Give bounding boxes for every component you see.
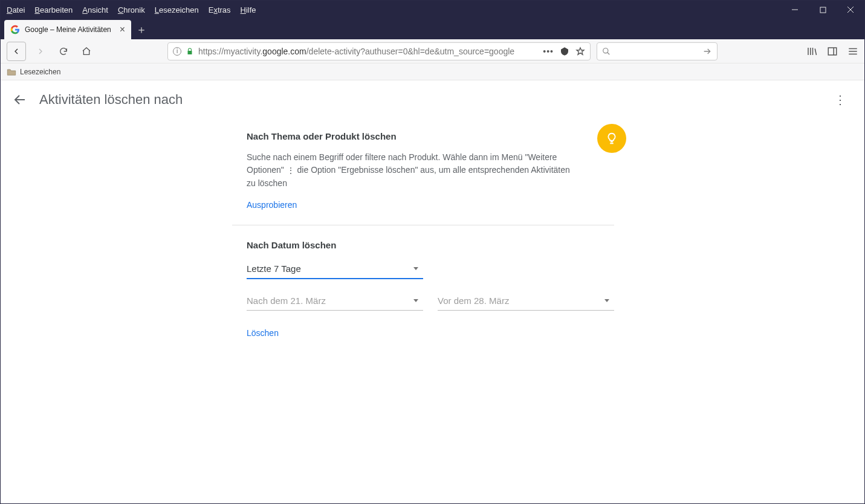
- bookmark-star-icon[interactable]: [575, 47, 585, 56]
- svg-point-4: [603, 48, 608, 53]
- tab-title: Google – Meine Aktivitäten: [25, 25, 111, 34]
- window-minimize-button[interactable]: [781, 1, 809, 19]
- window-close-button[interactable]: [837, 1, 864, 19]
- site-info-icon[interactable]: i: [173, 47, 181, 56]
- bookmarks-toolbar: Lesezeichen: [1, 63, 864, 80]
- navigation-toolbar: i https://myactivity.google.com/delete-a…: [1, 39, 864, 63]
- tab-close-button[interactable]: ×: [120, 25, 125, 34]
- menu-chronik[interactable]: Chronik: [118, 5, 145, 15]
- search-icon: [602, 47, 611, 56]
- menu-extras[interactable]: Extras: [209, 5, 231, 15]
- reload-button[interactable]: [55, 43, 72, 60]
- url-bar[interactable]: i https://myactivity.google.com/delete-a…: [167, 42, 591, 60]
- svg-rect-1: [820, 7, 826, 13]
- folder-icon: [7, 68, 16, 76]
- section1-text: Suche nach einem Begriff oder filtere na…: [247, 151, 573, 190]
- caret-down-icon: [413, 299, 418, 302]
- page-viewport: Aktivitäten löschen nach ⋮ Nach Thema od…: [1, 80, 864, 504]
- url-text: https://myactivity.google.com/delete-act…: [198, 47, 514, 56]
- section1-title: Nach Thema oder Produkt löschen: [247, 131, 614, 141]
- hamburger-menu-icon[interactable]: [847, 46, 858, 57]
- date-range-select[interactable]: Letzte 7 Tage: [247, 260, 423, 279]
- bookmarks-folder-label[interactable]: Lesezeichen: [20, 68, 60, 76]
- window-menubar: Datei Bearbeiten Ansicht Chronik Lesezei…: [1, 1, 864, 19]
- page-back-button[interactable]: [13, 92, 27, 107]
- inline-kebab-icon: ⋮: [287, 164, 295, 177]
- section2-title: Nach Datum löschen: [247, 240, 614, 250]
- page-actions-icon[interactable]: •••: [543, 47, 554, 56]
- lock-icon: [186, 47, 193, 56]
- page-title: Aktivitäten löschen nach: [39, 92, 183, 108]
- pocket-icon[interactable]: [560, 47, 569, 56]
- nav-back-button[interactable]: [7, 42, 26, 61]
- try-it-link[interactable]: Ausprobieren: [247, 200, 297, 210]
- date-range-value: Letzte 7 Tage: [247, 263, 301, 274]
- page-menu-button[interactable]: ⋮: [834, 92, 852, 107]
- home-button[interactable]: [78, 43, 95, 60]
- svg-line-5: [607, 52, 610, 54]
- caret-down-icon: [413, 267, 418, 270]
- nav-forward-button: [32, 43, 49, 60]
- page-header: Aktivitäten löschen nach ⋮: [1, 80, 864, 119]
- tip-button[interactable]: [597, 124, 626, 153]
- browser-search-bar[interactable]: [597, 42, 718, 60]
- menu-hilfe[interactable]: Hilfe: [241, 5, 256, 15]
- lightbulb-icon: [605, 132, 618, 145]
- tab-active[interactable]: Google – Meine Aktivitäten ×: [4, 20, 131, 39]
- before-date-select[interactable]: Vor dem 28. März: [438, 291, 614, 311]
- google-favicon-icon: [10, 25, 20, 34]
- caret-down-icon: [604, 299, 609, 302]
- sidebar-icon[interactable]: [827, 46, 838, 57]
- svg-rect-6: [828, 48, 837, 55]
- delete-link[interactable]: Löschen: [247, 328, 279, 338]
- window-maximize-button[interactable]: [809, 1, 837, 19]
- after-date-select[interactable]: Nach dem 21. März: [247, 291, 423, 311]
- menu-datei[interactable]: Datei: [7, 5, 25, 15]
- menu-lesezeichen[interactable]: Lesezeichen: [155, 5, 199, 15]
- menu-bearbeiten[interactable]: Bearbeiten: [34, 5, 73, 15]
- menu-ansicht[interactable]: Ansicht: [82, 5, 108, 15]
- tab-strip: Google – Meine Aktivitäten × ＋: [1, 19, 864, 39]
- section-divider: [232, 225, 614, 225]
- before-date-value: Vor dem 28. März: [438, 296, 509, 306]
- library-icon[interactable]: [806, 46, 817, 57]
- new-tab-button[interactable]: ＋: [131, 20, 152, 39]
- after-date-value: Nach dem 21. März: [247, 296, 326, 306]
- search-go-icon[interactable]: [702, 47, 712, 56]
